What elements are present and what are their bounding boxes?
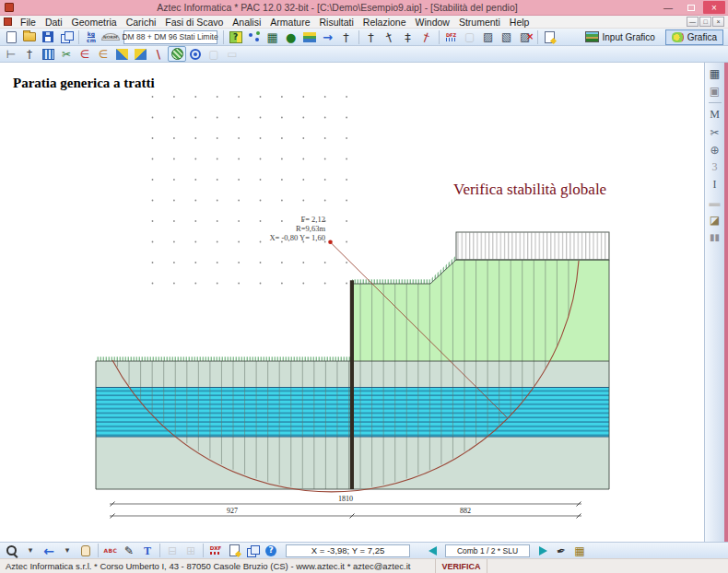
slope-stability-icon[interactable] [168, 46, 186, 62]
axis-arrow-icon[interactable]: → [319, 29, 337, 45]
svg-text:882: 882 [460, 507, 471, 515]
help-icon[interactable]: ? [262, 543, 280, 558]
pile-section-icon[interactable]: † [20, 46, 39, 62]
coordinates-value: X = -3,98; Y = 7,25 [311, 545, 384, 555]
wall-query-icon[interactable]: ? [227, 29, 245, 45]
options-wheel-icon[interactable]: ⊕ [707, 142, 723, 158]
pile-inclined-left-icon[interactable]: † [381, 29, 399, 45]
mdi-minimize-button[interactable]: — [687, 17, 699, 27]
section-circle-icon[interactable] [186, 46, 205, 62]
menu-item-risultati[interactable]: Risultati [314, 17, 358, 28]
menu-item-file[interactable]: File [16, 17, 41, 28]
stamp-icon[interactable]: ▣ [707, 83, 723, 99]
quill-icon[interactable]: ✒ [552, 543, 570, 558]
norm-selector[interactable]: DM 88 + DM 96 Stati Limite [123, 30, 217, 44]
minimize-button[interactable]: — [657, 1, 679, 14]
copy-window-icon[interactable] [57, 29, 76, 45]
grafica-label: Grafica [687, 32, 717, 42]
results-table-icon[interactable]: ▦ [570, 543, 589, 558]
menu-item-help[interactable]: Help [505, 17, 534, 28]
toolbar-separator [203, 544, 204, 557]
open-file-icon[interactable] [20, 29, 39, 45]
pile-vertical-icon[interactable]: † [362, 29, 381, 45]
app-icon-small [4, 18, 12, 26]
pressure-diagram-icon[interactable] [112, 46, 131, 62]
prev-combination-icon [429, 546, 437, 555]
materials-icon[interactable]: M [707, 107, 723, 123]
strata-icon[interactable] [300, 29, 319, 45]
toolbar-separator [223, 30, 224, 44]
cut-section-icon[interactable]: ✂ [707, 124, 723, 140]
pen-tool-icon[interactable]: ✎ [120, 543, 138, 558]
zoom-tool-icon[interactable] [3, 543, 21, 558]
pan-hand-icon [81, 545, 90, 556]
font-abc-icon[interactable]: ABC [101, 543, 120, 558]
input-grafico-button[interactable]: Input Grafico [579, 29, 662, 45]
wall-section-icon[interactable]: ⊢ [2, 46, 20, 62]
anchors-icon[interactable]: ✂ [57, 46, 76, 62]
menu-item-geometria[interactable]: Geometria [67, 17, 122, 28]
maximize-button[interactable] [680, 1, 702, 14]
combination-selector[interactable]: Comb 1 / 2 * SLU [445, 544, 530, 557]
new-file-icon[interactable] [2, 29, 20, 45]
delete-results-icon[interactable]: ▨× [516, 29, 534, 45]
back-dropdown-arrow[interactable]: ▾ [58, 543, 76, 558]
wall-face-icon[interactable] [39, 46, 57, 62]
pile-inclined-right-icon[interactable]: † [417, 29, 436, 45]
table-grid-icon[interactable]: ▦ [707, 65, 723, 81]
prev-combination-icon[interactable] [423, 543, 441, 558]
svg-text:R=9,63m: R=9,63m [296, 224, 325, 233]
print-preview-icon[interactable] [243, 543, 262, 558]
menu-item-strumenti[interactable]: Strumenti [454, 17, 505, 28]
menu-item-fasi-di-scavo[interactable]: Fasi di Scavo [160, 17, 228, 28]
slope-stability-icon [171, 48, 183, 60]
pan-hand-icon[interactable] [76, 543, 95, 558]
load-left-icon[interactable]: ∈ [76, 46, 94, 62]
moment-diagram-icon[interactable] [131, 46, 149, 62]
dxf-export-icon[interactable]: DXF [206, 543, 225, 558]
profile-ibeam-icon[interactable]: I [707, 177, 723, 193]
disabled-tool-1-icon: ▢ [205, 46, 223, 62]
view-3d-icon[interactable]: 3 [707, 159, 723, 175]
results-table-icon: ▦ [574, 545, 584, 556]
menu-item-window[interactable]: Window [411, 17, 454, 28]
menu-item-analisi[interactable]: Analisi [228, 17, 265, 28]
dfz-diagram-icon[interactable]: DFZ [442, 29, 461, 45]
dfz-diagram-icon: DFZ [446, 33, 457, 41]
texture-icon[interactable]: ◪ [707, 212, 723, 228]
soil-sphere-icon[interactable]: ● [282, 29, 300, 45]
save-icon[interactable] [39, 29, 57, 45]
drawing-canvas[interactable]: Paratia generica a tratti Verifica stabi… [0, 63, 704, 542]
back-view-icon[interactable]: ← [40, 543, 58, 558]
load-right-icon[interactable]: ∈ [94, 46, 112, 62]
units-kgcm-icon[interactable]: kgcm [82, 29, 100, 45]
zoom-dropdown-arrow[interactable]: ▾ [21, 543, 40, 558]
menu-item-dati[interactable]: Dati [41, 17, 67, 28]
pause-bars-icon[interactable]: ▮▮ [707, 229, 723, 245]
norm-icon[interactable]: NORM [100, 29, 121, 45]
geometry-nodes-icon[interactable] [245, 29, 264, 45]
diagram-hatch-icon[interactable]: ▨ [479, 29, 498, 45]
mdi-restore-button[interactable]: □ [699, 17, 711, 27]
next-combination-icon[interactable] [534, 543, 552, 558]
soil-bricks-icon[interactable]: ▦ [264, 29, 282, 45]
close-button[interactable]: × [703, 1, 725, 14]
image-export-icon[interactable] [225, 543, 243, 558]
pile-double-icon[interactable]: ‡ [399, 29, 417, 45]
dimension-labels: 1810 927 882 [227, 495, 471, 516]
bottom-toolbar: ▾←▾ABC✎T⊟⊞DXF? X = -3,98; Y = 7,25 Comb … [0, 542, 728, 558]
mdi-close-button[interactable]: × [712, 17, 724, 27]
pile-section-icon: † [27, 49, 32, 60]
pile-load-icon[interactable]: † [337, 29, 356, 45]
help-icon: ? [265, 545, 276, 556]
text-tool-icon[interactable]: T [138, 543, 157, 558]
menu-item-armature[interactable]: Armature [265, 17, 314, 28]
menu-item-carichi[interactable]: Carichi [122, 17, 161, 28]
disabled-tool-1-icon: ▢ [208, 49, 218, 60]
displacement-icon[interactable]: \ [149, 46, 168, 62]
grafica-button[interactable]: Grafica [665, 29, 723, 45]
menu-item-relazione[interactable]: Relazione [358, 17, 411, 28]
diagram-hatch2-icon[interactable]: ▧ [498, 29, 516, 45]
report-notes-icon[interactable] [541, 29, 559, 45]
load-left-icon: ∈ [80, 49, 89, 60]
